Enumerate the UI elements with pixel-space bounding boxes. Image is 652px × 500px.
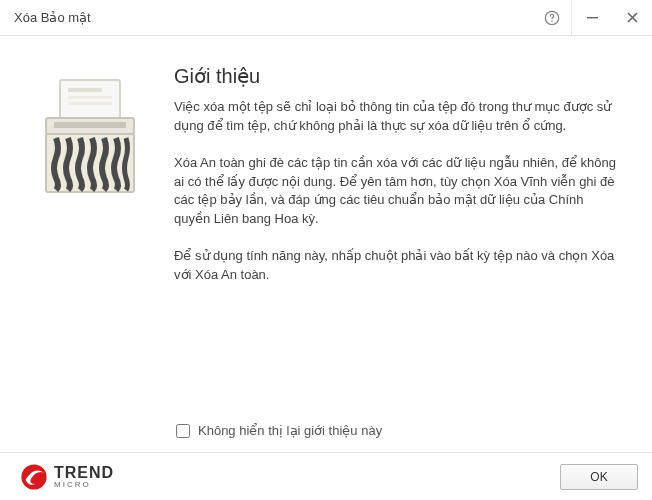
brand-line1: TREND	[54, 465, 114, 481]
dont-show-again-label: Không hiển thị lại giới thiệu này	[198, 423, 382, 438]
svg-rect-3	[60, 80, 120, 120]
intro-paragraph-1: Việc xóa một tệp sẽ chỉ loại bỏ thông ti…	[174, 98, 622, 136]
svg-rect-6	[68, 102, 112, 105]
close-button[interactable]	[612, 0, 652, 35]
brand-logo: TREND MICRO	[20, 463, 114, 491]
close-icon	[627, 12, 638, 23]
help-button[interactable]	[532, 0, 572, 35]
trend-micro-icon	[20, 463, 48, 491]
svg-rect-2	[587, 17, 598, 18]
svg-point-10	[21, 464, 46, 489]
minimize-button[interactable]	[572, 0, 612, 35]
content-area: Giới thiệu Việc xóa một tệp sẽ chỉ loại …	[0, 36, 652, 303]
footer: TREND MICRO OK	[0, 452, 652, 500]
dont-show-again-checkbox[interactable]	[176, 424, 190, 438]
intro-paragraph-3: Để sử dụng tính năng này, nhấp chuột phả…	[174, 247, 622, 285]
help-icon	[544, 10, 560, 26]
svg-rect-8	[54, 122, 126, 128]
minimize-icon	[587, 12, 598, 23]
brand-line2: MICRO	[54, 481, 114, 489]
ok-button[interactable]: OK	[560, 464, 638, 490]
svg-point-1	[551, 20, 553, 22]
intro-paragraph-2: Xóa An toàn ghi đè các tập tin cần xóa v…	[174, 154, 622, 229]
titlebar: Xóa Bảo mật	[0, 0, 652, 36]
illustration-column	[40, 64, 160, 303]
intro-heading: Giới thiệu	[174, 64, 622, 88]
dont-show-again-row[interactable]: Không hiển thị lại giới thiệu này	[176, 423, 382, 438]
titlebar-controls	[532, 0, 652, 35]
window-title: Xóa Bảo mật	[14, 10, 532, 25]
svg-rect-4	[68, 88, 102, 92]
brand-text: TREND MICRO	[54, 465, 114, 489]
svg-rect-5	[68, 96, 112, 99]
shredder-icon	[40, 78, 140, 198]
text-column: Giới thiệu Việc xóa một tệp sẽ chỉ loại …	[160, 64, 622, 303]
